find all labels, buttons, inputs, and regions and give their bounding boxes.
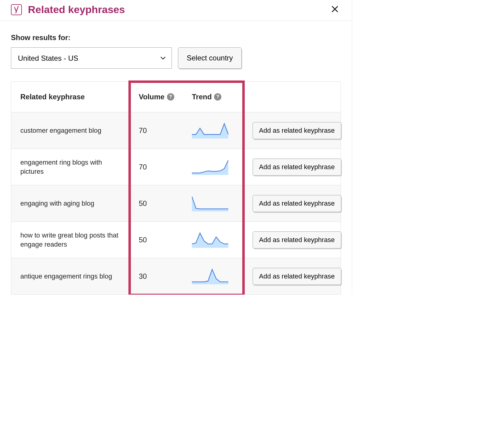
cell-keyphrase: how to write great blog posts that engag… bbox=[11, 224, 130, 256]
modal-title: Related keyphrases bbox=[28, 4, 125, 15]
add-keyphrase-button[interactable]: Add as related keyphrase bbox=[253, 268, 341, 285]
cell-trend bbox=[183, 123, 243, 138]
cell-trend bbox=[183, 159, 243, 175]
trend-sparkline bbox=[192, 196, 228, 211]
trend-sparkline bbox=[192, 232, 228, 248]
help-icon[interactable]: ? bbox=[167, 93, 174, 101]
table-row: antique engagement rings blog 30 Add as … bbox=[11, 258, 341, 294]
col-keyphrase: Related keyphrase bbox=[11, 93, 130, 101]
cell-volume: 30 bbox=[130, 272, 183, 281]
related-keyphrases-modal: Related keyphrases Show results for: Uni… bbox=[0, 0, 352, 295]
cell-keyphrase: antique engagement rings blog bbox=[11, 265, 130, 288]
country-select-wrap: United States - US bbox=[11, 47, 172, 69]
table-row: engaging with aging blog 50 Add as relat… bbox=[11, 185, 341, 221]
table-row: how to write great blog posts that engag… bbox=[11, 221, 341, 258]
cell-action: Add as related keyphrase bbox=[243, 122, 347, 139]
cell-trend bbox=[183, 268, 243, 284]
cell-keyphrase: customer engagement blog bbox=[11, 119, 130, 142]
cell-action: Add as related keyphrase bbox=[243, 195, 347, 212]
country-select[interactable]: United States - US bbox=[11, 47, 172, 69]
header-left: Related keyphrases bbox=[11, 4, 125, 15]
close-button[interactable] bbox=[329, 3, 341, 16]
trend-sparkline bbox=[192, 159, 228, 175]
cell-action: Add as related keyphrase bbox=[243, 231, 347, 248]
filter-row: United States - US Select country bbox=[11, 47, 341, 69]
trend-sparkline bbox=[192, 123, 228, 138]
help-icon[interactable]: ? bbox=[214, 93, 221, 101]
table-header: Related keyphrase Volume ? Trend ? bbox=[11, 82, 341, 112]
cell-action: Add as related keyphrase bbox=[243, 268, 347, 285]
cell-action: Add as related keyphrase bbox=[243, 159, 347, 176]
table-row: engagement ring blogs with pictures 70 A… bbox=[11, 149, 341, 185]
col-trend: Trend ? bbox=[183, 93, 243, 101]
cell-keyphrase: engaging with aging blog bbox=[11, 192, 130, 215]
close-icon bbox=[331, 5, 339, 13]
add-keyphrase-button[interactable]: Add as related keyphrase bbox=[253, 231, 341, 248]
table-row: customer engagement blog 70 Add as relat… bbox=[11, 112, 341, 149]
modal-header: Related keyphrases bbox=[0, 0, 352, 21]
cell-keyphrase: engagement ring blogs with pictures bbox=[11, 151, 130, 183]
add-keyphrase-button[interactable]: Add as related keyphrase bbox=[253, 159, 341, 176]
cell-volume: 50 bbox=[130, 236, 183, 244]
col-volume: Volume ? bbox=[130, 93, 183, 101]
cell-trend bbox=[183, 232, 243, 248]
modal-body: Show results for: United States - US Sel… bbox=[0, 21, 352, 295]
cell-volume: 70 bbox=[130, 163, 183, 171]
yoast-logo-icon bbox=[11, 4, 22, 15]
cell-volume: 50 bbox=[130, 199, 183, 208]
trend-sparkline bbox=[192, 268, 228, 284]
add-keyphrase-button[interactable]: Add as related keyphrase bbox=[253, 122, 341, 139]
cell-trend bbox=[183, 196, 243, 211]
select-country-button[interactable]: Select country bbox=[178, 47, 242, 69]
cell-volume: 70 bbox=[130, 126, 183, 135]
table-body: customer engagement blog 70 Add as relat… bbox=[11, 112, 341, 294]
keyphrase-table: Related keyphrase Volume ? Trend ? custo… bbox=[11, 81, 341, 295]
add-keyphrase-button[interactable]: Add as related keyphrase bbox=[253, 195, 341, 212]
filter-label: Show results for: bbox=[11, 33, 341, 42]
